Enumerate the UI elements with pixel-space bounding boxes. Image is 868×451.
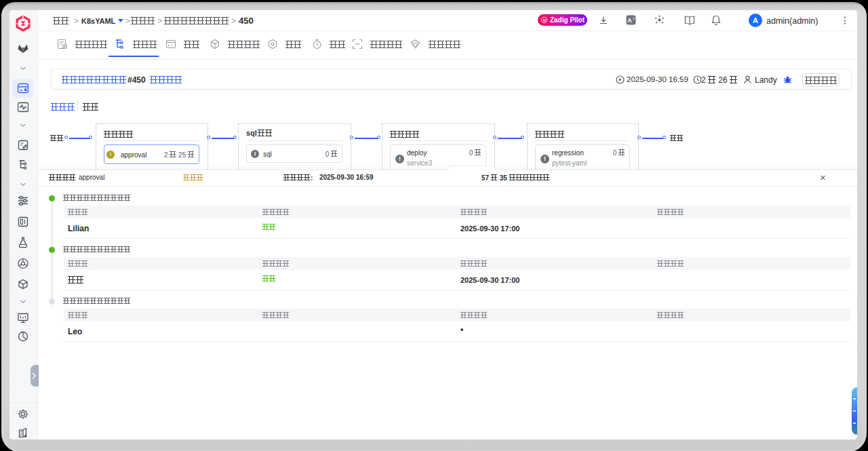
svg-text:AI: AI (542, 19, 546, 22)
svg-text:x: x (633, 16, 635, 20)
svg-text:A: A (627, 17, 632, 24)
